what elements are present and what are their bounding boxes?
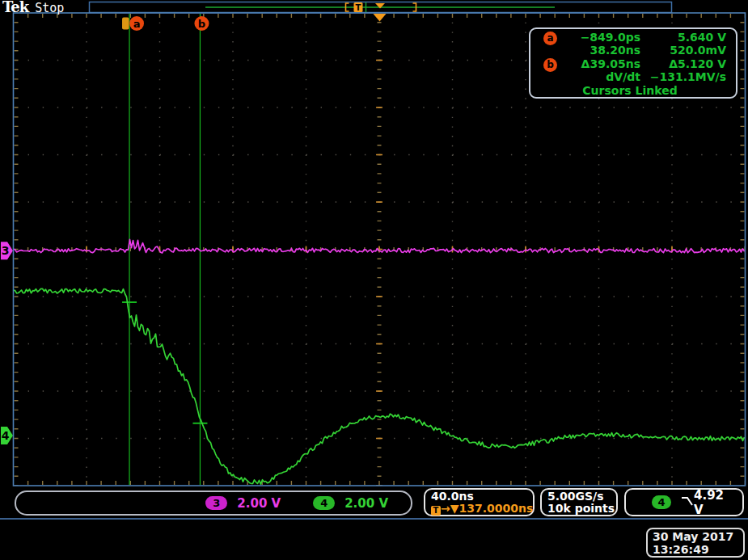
trigger-delay-row: T→▼137.0000ns (431, 503, 533, 516)
cursor-b-label: b (198, 18, 205, 30)
record-length: 10k points (547, 503, 616, 515)
arrow-right-icon: → (441, 502, 450, 515)
header: TekStop (2, 0, 64, 15)
trigger-t-flag-label: T (356, 3, 361, 12)
trigger-delay-value: 137.0000ns (459, 502, 534, 515)
time-value: 13:26:49 (653, 543, 743, 556)
cursor-b-value: 520.0mV (640, 44, 729, 57)
date-value: 30 May 2017 (653, 530, 743, 543)
cursor-a-time: −849.0ps (563, 31, 640, 44)
t-flag-icon: T (431, 506, 441, 516)
trigger-position-marker-icon[interactable] (374, 14, 387, 22)
timebase-scale: 40.0ns (431, 491, 533, 503)
cursor-a-flag-icon[interactable] (122, 18, 129, 30)
acquisition-box[interactable]: 5.00GS/s 10k points (540, 488, 618, 516)
channel-4-scale: 2.00 V (344, 496, 388, 511)
horizontal-settings-box[interactable]: 40.0ns T→▼137.0000ns (424, 488, 535, 516)
cursor-delta-value: Δ5.120 V (640, 57, 729, 70)
cursors-linked-status: Cursors Linked (530, 84, 729, 97)
tek-logo: Tek (2, 0, 28, 15)
cursor-b-time: 38.20ns (563, 44, 640, 57)
channel-4-badge[interactable]: 4 (313, 496, 335, 510)
channel-markers[interactable]: 34 (1, 242, 13, 444)
channel-4-marker-label: 4 (2, 429, 10, 442)
bottom-separator (0, 518, 748, 520)
channel-3-scale: 2.00 V (237, 496, 281, 511)
dvdt-value: −131.1MV/s (640, 70, 729, 83)
acquisition-status: Stop (35, 1, 64, 15)
cursor-delta-time: Δ39.05ns (563, 57, 640, 70)
record-view-bar[interactable]: T (90, 2, 672, 13)
dvdt-label: dV/dt (563, 70, 640, 83)
channel-scale-bar[interactable]: 3 2.00 V 4 2.00 V (15, 491, 412, 516)
trigger-level: 4.92 V (694, 488, 733, 517)
falling-edge-icon (681, 495, 694, 510)
cursor-a-label: a (133, 18, 141, 30)
cursor-a-value: 5.640 V (640, 31, 729, 44)
trigger-source-badge: 4 (652, 495, 671, 509)
triangle-down-icon: ▼ (450, 502, 459, 515)
cursor-readout-box: a −849.0ps 5.640 V 38.20ns 520.0mV b Δ39… (529, 27, 737, 99)
channel-3-marker-label: 3 (2, 244, 10, 257)
trigger-settings-box[interactable]: 4 4.92 V (624, 488, 744, 516)
ch4-trace (14, 288, 745, 484)
sample-rate: 5.00GS/s (547, 491, 616, 503)
channel-3-badge[interactable]: 3 (205, 496, 227, 510)
datetime-box: 30 May 2017 13:26:49 (646, 528, 745, 558)
